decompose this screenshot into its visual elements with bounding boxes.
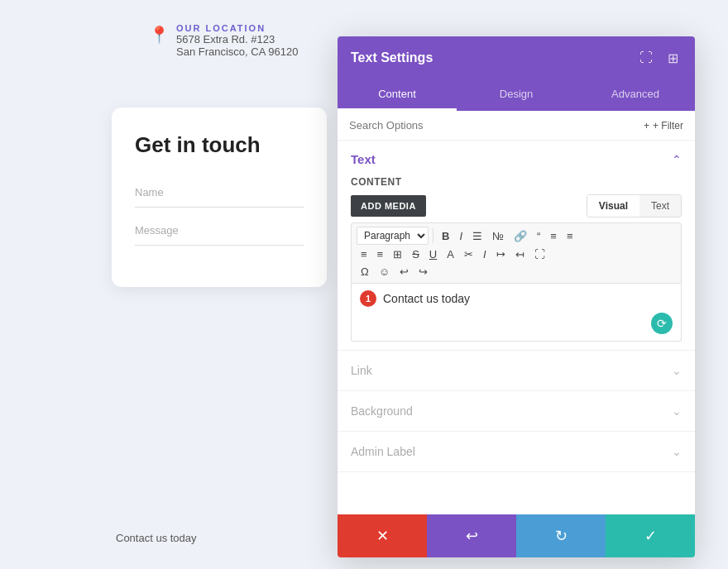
save-button[interactable]: ✓ [606,514,695,557]
contact-heading: Get in touch [135,132,304,158]
location-text: OUR LOCATION 5678 Extra Rd. #123 San Fra… [176,23,298,58]
indent-button[interactable]: ↦ [492,246,510,262]
background-section-title: Background [351,404,413,418]
toolbar-row-3: Ω ☺ ↩ ↪ [357,264,676,280]
link-button[interactable]: 🔗 [510,228,531,244]
blockquote-button[interactable]: “ [533,228,544,244]
text-settings-panel: Text Settings ⛶ ⊞ Content Design Advance… [338,36,695,557]
custom1-button[interactable]: ✂ [460,246,477,262]
editor-toolbar-top: ADD MEDIA Visual Text [351,194,682,218]
align-left2-button[interactable]: ≡ [357,246,371,262]
save-icon: ✓ [644,527,657,545]
link-section-title: Link [351,364,372,377]
underline-button[interactable]: U [425,246,441,262]
text-section-header[interactable]: Text ⌃ [351,152,682,166]
text-section-chevron-icon: ⌃ [672,153,682,166]
add-media-button[interactable]: ADD MEDIA [351,195,426,217]
editor-content-area[interactable]: 1 Contact us today ⟳ [351,284,682,342]
admin-label-chevron-icon: ⌄ [672,445,682,458]
ordered-list-button[interactable]: № [488,228,508,244]
text-color-button[interactable]: A [443,246,458,262]
toolbar-row-2: ≡ ≡ ⊞ S U A ✂ I ↦ ↤ ⛶ [357,246,676,262]
editor-toolbar: Paragraph B I ☰ № 🔗 “ ≡ ≡ ≡ ≡ ⊞ S [351,222,682,284]
filter-button[interactable]: + + Filter [644,120,683,131]
tab-design[interactable]: Design [457,79,576,111]
name-field: Name [135,178,304,208]
redo-footer-button[interactable]: ↻ [516,514,606,557]
panel-body[interactable]: Text ⌃ Content ADD MEDIA Visual Text Par… [338,141,695,514]
filter-icon: + [644,120,649,131]
fullscreen-icon[interactable]: ⛶ [636,47,656,69]
visual-tab-button[interactable]: Visual [587,195,639,217]
filter-label: + Filter [653,120,683,131]
content-label: Content [351,176,682,188]
location-address2: San Francisco, CA 96120 [176,45,298,58]
bold-button[interactable]: B [438,228,453,244]
undo-icon: ↩ [466,527,478,545]
panel-header-icons: ⛶ ⊞ [636,47,682,69]
panel-title: Text Settings [351,50,433,65]
undo-footer-button[interactable]: ↩ [427,514,516,557]
omega-button[interactable]: Ω [357,264,373,280]
toolbar-divider-1 [433,228,433,243]
admin-label-section-title: Admin Label [351,445,415,458]
location-pin-icon: 📍 [149,25,170,45]
text-section: Text ⌃ Content ADD MEDIA Visual Text Par… [338,141,695,351]
search-bar: + + Filter [338,111,695,141]
grid-icon[interactable]: ⊞ [664,47,682,69]
outdent-button[interactable]: ↤ [511,246,529,262]
location-bar: 📍 OUR LOCATION 5678 Extra Rd. #123 San F… [149,23,298,58]
cancel-icon: ✕ [376,527,389,545]
fullscreen2-button[interactable]: ⛶ [530,246,549,262]
align-left-button[interactable]: ≡ [546,228,561,244]
tab-advanced[interactable]: Advanced [576,79,695,111]
panel-header: Text Settings ⛶ ⊞ [338,36,695,79]
editor-text: Contact us today [383,292,671,305]
admin-label-section[interactable]: Admin Label ⌄ [338,432,695,472]
strikethrough-button[interactable]: S [408,246,424,262]
message-field: Message [135,216,304,246]
table-button[interactable]: ⊞ [389,246,406,262]
text-tab-button[interactable]: Text [639,195,681,217]
text-section-title: Text [351,152,376,166]
cancel-button[interactable]: ✕ [338,514,427,557]
panel-footer: ✕ ↩ ↻ ✓ [338,514,695,557]
background-section[interactable]: Background ⌄ [338,391,695,432]
link-section[interactable]: Link ⌄ [338,351,695,391]
italic-button[interactable]: I [455,228,467,244]
undo-button[interactable]: ↩ [395,264,413,280]
redo-icon: ↻ [555,527,568,545]
editor-number-badge: 1 [360,290,376,307]
toolbar-row-1: Paragraph B I ☰ № 🔗 “ ≡ ≡ [357,227,676,245]
contact-card: Get in touch Name Message [112,108,327,287]
background-chevron-icon: ⌄ [672,404,682,418]
align-right-button[interactable]: ≡ [563,228,577,244]
panel-tabs: Content Design Advanced [338,79,695,111]
paragraph-select[interactable]: Paragraph [357,227,429,245]
tab-content[interactable]: Content [338,79,457,111]
italic2-button[interactable]: I [479,246,491,262]
link-chevron-icon: ⌄ [672,364,682,377]
search-input[interactable] [349,119,644,131]
location-address1: 5678 Extra Rd. #123 [176,33,298,45]
emoji-button[interactable]: ☺ [375,264,394,280]
editor-refresh-icon[interactable]: ⟳ [651,313,673,334]
location-title: OUR LOCATION [176,23,298,33]
contact-today-text: Contact us today [116,532,197,544]
redo-button[interactable]: ↪ [414,264,432,280]
unordered-list-button[interactable]: ☰ [468,228,486,244]
align-center-button[interactable]: ≡ [373,246,388,262]
visual-text-toggle: Visual Text [587,194,682,218]
